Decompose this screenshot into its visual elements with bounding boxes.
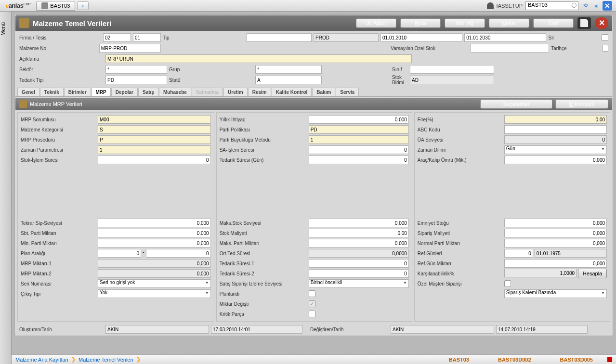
notlar-button[interactable]: Notlar (489, 18, 529, 28)
tip-input[interactable] (247, 33, 312, 42)
kritik-parca-checkbox[interactable] (309, 311, 315, 317)
tarihce-label: Tarihçe (551, 46, 600, 51)
stok-islem-input[interactable] (98, 156, 211, 164)
tarihce-checkbox[interactable] (602, 45, 608, 52)
tekrar-sip-input[interactable] (98, 219, 211, 227)
back-icon[interactable]: ◄ (592, 2, 600, 10)
grup-input[interactable] (255, 65, 322, 74)
tedarik-suresi-2-input[interactable] (309, 269, 409, 278)
arac-kalip-input[interactable] (504, 156, 607, 164)
user-name: IASSETUP (497, 3, 523, 9)
new-tab-button[interactable]: + (77, 1, 89, 10)
global-search-input[interactable]: BAST03 (525, 1, 578, 10)
plan-araligi-label: Plan Aralığı (21, 251, 98, 256)
tab-bakim[interactable]: Bakım (312, 88, 335, 96)
stok-maliyeti-input[interactable] (309, 229, 409, 237)
siparis-maliyeti-input[interactable] (504, 229, 607, 237)
siparis-kalemi-select[interactable]: Sipariş Kalemi Bazında (504, 289, 607, 298)
statu-input[interactable] (255, 76, 322, 84)
maks-stok-label: Maks.Stok Seviyesi (220, 221, 309, 226)
firma-tesis-label: Firma / Tesis (19, 35, 101, 40)
save-button[interactable] (577, 17, 591, 29)
planlandi-checkbox[interactable] (309, 290, 315, 297)
tab-genel[interactable]: Genel (17, 88, 39, 96)
rota-button[interactable]: Rota (400, 18, 441, 28)
side-menu-label: Menü (0, 22, 6, 36)
zaman-parametresi-input[interactable] (98, 145, 211, 154)
side-menu[interactable]: Menü (0, 12, 12, 364)
parti-buyuklugu-input[interactable] (309, 135, 409, 144)
app-logo: caniasERP (2, 2, 34, 9)
app-close-button[interactable]: ✕ (603, 1, 612, 11)
app-tab[interactable]: BAST03 (36, 1, 75, 11)
ref-gun-miktari-label: Ref.Gün.Miktarı (418, 261, 504, 266)
secenekler-button[interactable]: Seçenekler (480, 99, 552, 109)
hesapla-button[interactable]: Hesapla (578, 269, 607, 278)
maks-stok-input[interactable] (309, 219, 409, 227)
plan-araligi-1-input[interactable] (98, 249, 141, 258)
fire-input[interactable] (504, 115, 607, 124)
cikis-tipi-select[interactable]: Yok (98, 289, 211, 298)
sektor-input[interactable] (105, 65, 167, 74)
panel-icon (19, 18, 29, 28)
mlz-ag-button[interactable]: Mlz. Ağ (445, 18, 485, 28)
mrp-proseduru-input[interactable] (98, 135, 211, 144)
date-from-input[interactable] (380, 33, 462, 42)
tab-mrp[interactable]: MRP (92, 88, 111, 96)
ozel-musteri-checkbox[interactable] (504, 280, 511, 287)
satis-siparisi-select[interactable]: Birinci öncelikli (309, 279, 409, 288)
breadcrumb-2[interactable]: Malzeme Temel Verileri (79, 357, 133, 363)
aciklama-input[interactable] (105, 54, 412, 63)
tab-uretim[interactable]: Üretim (223, 88, 248, 96)
ua-seviyesi-display (504, 135, 607, 144)
varsayilan-input[interactable] (471, 44, 549, 52)
zaman-dilimi-select[interactable]: Gün (504, 145, 607, 154)
malzeme-kategorisi-input[interactable] (98, 125, 211, 134)
ref-gun-miktari-input[interactable] (504, 259, 607, 268)
parti-politikasi-input[interactable] (309, 125, 409, 134)
plan-araligi-2-input[interactable] (146, 249, 211, 258)
ref-gunleri-input[interactable] (504, 249, 533, 258)
abc-kodu-input[interactable] (504, 125, 607, 134)
tedarik-suresi-input[interactable] (309, 156, 409, 164)
sil-checkbox[interactable] (602, 34, 608, 41)
malzeme-no-input[interactable] (99, 44, 161, 52)
ur-agaci-button[interactable]: Ür. Ağacı (356, 18, 396, 28)
emniyet-stogu-input[interactable] (504, 219, 607, 227)
miktar-degisti-checkbox: ✓ (309, 300, 315, 307)
yillik-ihtiyac-input[interactable] (309, 115, 409, 124)
sa-islem-input[interactable] (309, 145, 409, 154)
tab-depolar[interactable]: Depolar (111, 88, 138, 96)
tab-birimler[interactable]: Birimler (64, 88, 91, 96)
tesis-input[interactable] (133, 33, 161, 42)
tab-kalite[interactable]: Kalite Kontrol (272, 88, 312, 96)
tab-muhasebe[interactable]: Muhasebe (159, 88, 191, 96)
stok-birimi-display (410, 76, 494, 84)
mrp-sorumlusu-input[interactable] (98, 115, 211, 124)
seri-numarasi-select[interactable]: Seri no girişi yok (98, 279, 211, 288)
normal-parti-input[interactable] (504, 239, 607, 247)
tedarik-tipi-input[interactable] (105, 76, 167, 84)
firma-input[interactable] (103, 33, 131, 42)
olusturan-date (211, 325, 302, 334)
breadcrumb-1[interactable]: Malzeme Ana Kayıtları (15, 357, 68, 363)
date-to-input[interactable] (464, 33, 546, 42)
karsilanabilirlik-display (504, 269, 577, 277)
tab-servis[interactable]: Servis (336, 88, 359, 96)
panel-close-button[interactable]: ✕ (595, 17, 608, 29)
tedarik-suresi-1-input[interactable] (309, 259, 409, 268)
prod-display (314, 33, 379, 42)
seri-numarasi-label: Seri Numarası (21, 281, 98, 286)
mkontrolu-button[interactable]: M.Kontrolü (555, 99, 608, 109)
sbt-parti-input[interactable] (98, 229, 211, 237)
maks-parti-input[interactable] (309, 239, 409, 247)
sinif-button[interactable]: Sınıf (533, 18, 574, 28)
tab-teknik[interactable]: Teknik (40, 88, 64, 96)
sinif-input[interactable] (410, 65, 494, 74)
refresh-icon[interactable]: ⟲ (581, 2, 589, 10)
yillik-ihtiyac-label: Yıllık İhtiyaç (220, 117, 309, 122)
tab-resim[interactable]: Resim (248, 88, 271, 96)
karsilanabilirlik-label: Karşılanabilirlik% (418, 271, 504, 276)
tab-satis[interactable]: Satış (138, 88, 158, 96)
min-parti-input[interactable] (98, 239, 211, 247)
